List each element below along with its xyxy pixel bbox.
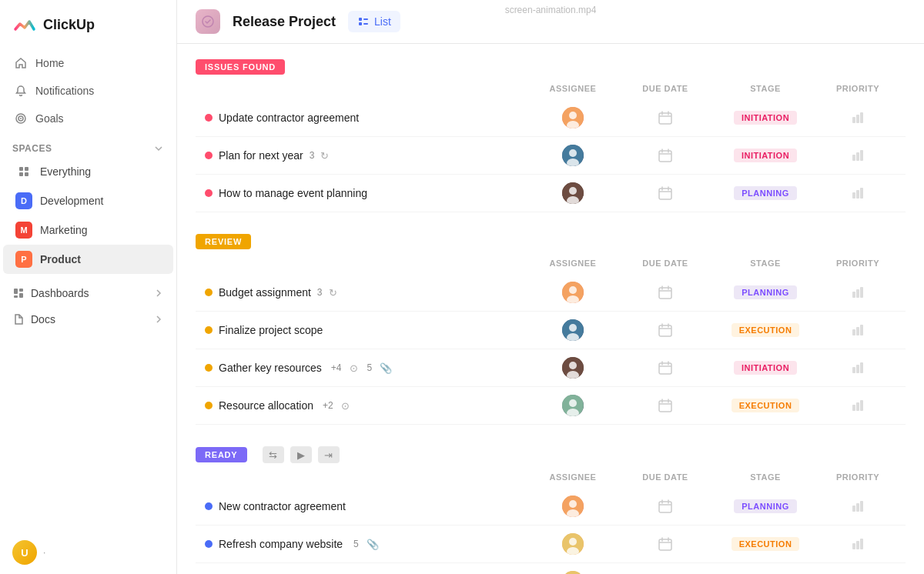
sidebar-user-area[interactable]: U ·: [0, 531, 176, 574]
svg-rect-50: [860, 325, 863, 335]
assignee-cell: [527, 282, 619, 303]
sidebar-item-home[interactable]: Home: [6, 49, 170, 77]
svg-rect-62: [852, 405, 855, 411]
date-cell: [619, 184, 711, 202]
svg-point-17: [569, 112, 577, 119]
topbar-filename: screen-animation.mp4: [177, 0, 924, 20]
user-status: ·: [43, 547, 45, 558]
chevron-right-icon: [153, 288, 164, 299]
marketing-badge: M: [15, 222, 32, 239]
stage-cell: INITIATION: [711, 149, 819, 162]
priority-icon: [849, 322, 866, 339]
svg-rect-27: [852, 155, 855, 161]
table-row[interactable]: Plan for next year 3 ↻ INITIATION: [196, 137, 906, 175]
docs-label: Docs: [31, 313, 55, 325]
sidebar-item-product[interactable]: P Product: [3, 245, 173, 274]
target-icon: [14, 112, 28, 125]
svg-rect-76: [852, 543, 855, 549]
svg-rect-77: [856, 541, 859, 549]
table-row[interactable]: Update key objectives 5 📎 EXECUTION: [196, 563, 906, 574]
task-name-cell: Update contractor agreement: [205, 112, 527, 124]
date-cell: [619, 497, 711, 516]
avatar: [562, 395, 584, 416]
refresh-icon: ↻: [329, 287, 337, 299]
table-row[interactable]: How to manage event planning PLANNING: [196, 175, 906, 212]
stage-badge: INITIATION: [734, 361, 797, 375]
stage-cell: PLANNING: [711, 285, 819, 299]
chevron-down-icon: [153, 143, 164, 154]
sidebar-extra-sections: Dashboards Docs: [0, 280, 176, 332]
task-name: New contractor agreement: [219, 500, 346, 512]
toolbar-btn-2[interactable]: ▶: [290, 446, 312, 463]
table-row[interactable]: Finalize project scope EXECUTION: [196, 312, 906, 349]
sidebar-item-everything[interactable]: Everything: [3, 157, 173, 186]
logo-area[interactable]: ClickUp: [0, 0, 176, 46]
col-assignee-1: ASSIGNEE: [527, 84, 619, 93]
priority-icon: [849, 359, 866, 376]
stage-badge: PLANNING: [734, 186, 796, 200]
issues-header-row: ISSUES FOUND: [196, 59, 906, 75]
svg-rect-28: [856, 152, 859, 161]
svg-rect-63: [856, 402, 859, 411]
svg-point-66: [569, 500, 577, 508]
spaces-header: Spaces: [0, 135, 176, 157]
task-clip-count: 5: [367, 362, 373, 373]
sidebar: ClickUp Home Notifications Goals Spaces: [0, 0, 177, 574]
priority-icon: [849, 536, 866, 552]
table-row[interactable]: New contractor agreement PLANNING: [196, 488, 906, 526]
stage-cell: PLANNING: [711, 186, 819, 200]
svg-rect-68: [659, 502, 671, 512]
sidebar-item-docs[interactable]: Docs: [0, 306, 176, 332]
svg-rect-14: [359, 22, 362, 25]
svg-rect-35: [856, 190, 859, 199]
task-extra-count: +4: [331, 362, 342, 373]
sidebar-item-development[interactable]: D Development: [3, 186, 173, 215]
task-dot-yellow: [205, 326, 213, 334]
table-row[interactable]: Update contractor agreement INITIATION: [196, 99, 906, 137]
stage-cell: INITIATION: [711, 361, 819, 375]
stage-cell: EXECUTION: [711, 323, 819, 337]
avatar: [562, 357, 584, 379]
toolbar-btn-3[interactable]: ⇥: [318, 446, 340, 463]
clickup-logo-icon: [12, 12, 37, 37]
stage-badge: PLANNING: [734, 499, 796, 513]
svg-rect-26: [659, 151, 671, 162]
table-row[interactable]: Gather key resources +4 ⊙ 5 📎: [196, 349, 906, 387]
sidebar-item-goals[interactable]: Goals: [6, 105, 170, 132]
stage-badge: EXECUTION: [732, 323, 800, 337]
svg-rect-15: [363, 23, 368, 25]
stage-badge: EXECUTION: [732, 537, 800, 551]
table-row[interactable]: Refresh company website 5 📎 EXECUTION: [196, 526, 906, 563]
task-name-cell: Budget assignment 3 ↻: [205, 286, 527, 299]
calendar-icon: [656, 359, 675, 377]
dashboards-label: Dashboards: [31, 287, 89, 299]
task-dot-red: [205, 152, 213, 159]
toolbar-btn-1[interactable]: ⇆: [263, 446, 284, 463]
svg-rect-9: [14, 295, 18, 298]
ready-table-header: ASSIGNEE DUE DATE STAGE PRIORITY: [196, 466, 906, 488]
task-count: 3: [310, 150, 315, 161]
col-assignee-r: ASSIGNEE: [527, 259, 619, 268]
priority-icon: [849, 284, 866, 301]
main-content: screen-animation.mp4 Release Project Lis…: [177, 0, 924, 574]
task-extra-count: +2: [323, 400, 333, 411]
sidebar-item-notifications[interactable]: Notifications: [6, 77, 170, 105]
ready-toolbar: ⇆ ▶ ⇥: [263, 446, 340, 463]
date-cell: [619, 146, 711, 165]
svg-point-31: [569, 187, 577, 195]
table-row[interactable]: Budget assignment 3 ↻ PLANNING: [196, 274, 906, 312]
sidebar-item-dashboards[interactable]: Dashboards: [0, 280, 176, 306]
date-cell: [619, 535, 711, 553]
docs-icon: [12, 313, 25, 325]
svg-rect-57: [860, 362, 863, 373]
sidebar-item-marketing[interactable]: M Marketing: [3, 215, 173, 245]
svg-rect-22: [860, 112, 863, 123]
task-dot-red: [205, 189, 213, 197]
section-review: REVIEW ASSIGNEE DUE DATE STAGE PRIORITY …: [196, 234, 906, 425]
svg-rect-21: [856, 115, 859, 123]
stage-cell: EXECUTION: [711, 537, 819, 551]
ready-header-row: READY ⇆ ▶ ⇥: [196, 446, 906, 463]
date-cell: [619, 321, 711, 339]
task-name-cell: How to manage event planning: [205, 187, 527, 199]
table-row[interactable]: Resource allocation +2 ⊙ EXECUTION: [196, 387, 906, 425]
